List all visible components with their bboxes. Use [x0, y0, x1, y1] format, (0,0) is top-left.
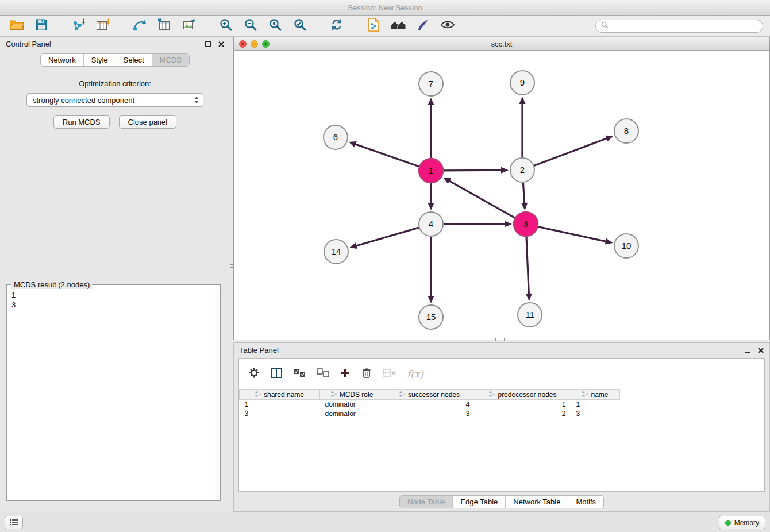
- edge-1-2[interactable]: [444, 167, 509, 174]
- show-hide-details-button[interactable]: [438, 17, 457, 34]
- window-zoom-button[interactable]: [262, 40, 270, 48]
- main-toolbar: [0, 16, 770, 37]
- edge-2-3[interactable]: [521, 183, 528, 210]
- control-panel-header: Control Panel: [0, 37, 230, 51]
- graph-node-1[interactable]: 1: [419, 159, 443, 183]
- edge-2-8[interactable]: [534, 136, 614, 165]
- close-panel-icon[interactable]: [218, 41, 224, 47]
- node-table-body: 1dominator4113dominator323: [240, 400, 620, 419]
- close-table-panel-icon[interactable]: [758, 348, 764, 353]
- deselect-all-icon[interactable]: [317, 368, 329, 380]
- tab-mcds[interactable]: MCDS: [152, 54, 189, 66]
- memory-button[interactable]: Memory: [719, 516, 765, 529]
- node-table: shared nameMCDS rolesuccessor nodesprede…: [239, 389, 620, 418]
- export-image-button[interactable]: [179, 17, 199, 34]
- apply-style-button[interactable]: [413, 17, 433, 34]
- column-label: MCDS role: [340, 391, 374, 399]
- node-table-area: f(x) shared nameMCDS rolesuccessor nodes…: [238, 358, 765, 492]
- table-row[interactable]: 1dominator411: [240, 400, 620, 410]
- refresh-view-button[interactable]: [327, 17, 346, 34]
- edge-1-7[interactable]: [428, 98, 434, 158]
- table-tab-network-table[interactable]: Network Table: [506, 496, 568, 508]
- graph-node-3[interactable]: 3: [514, 212, 538, 236]
- save-session-button[interactable]: [32, 17, 51, 34]
- column-header-shared-name[interactable]: shared name: [240, 390, 320, 400]
- table-cell: 4: [384, 400, 475, 410]
- search-input[interactable]: [611, 22, 757, 30]
- table-tab-edge-table[interactable]: Edge Table: [453, 496, 506, 508]
- zoom-fit-button[interactable]: [265, 17, 285, 34]
- import-table-button[interactable]: [93, 17, 113, 34]
- edge-2-9[interactable]: [519, 97, 525, 157]
- vertical-splitter-handle[interactable]: [230, 264, 233, 268]
- close-panel-button[interactable]: Close panel: [119, 115, 177, 129]
- delete-row-button[interactable]: [361, 367, 372, 381]
- node-label: 2: [520, 165, 525, 175]
- edge-3-11[interactable]: [526, 237, 532, 301]
- column-header-predecessor-nodes[interactable]: predecessor nodes: [475, 390, 571, 400]
- column-header-name[interactable]: name: [571, 390, 620, 400]
- tab-style[interactable]: Style: [84, 54, 116, 66]
- table-settings-button[interactable]: [248, 367, 260, 381]
- node-label: 14: [332, 246, 341, 256]
- table-cell: 3: [571, 409, 620, 418]
- node-label: 1: [429, 165, 433, 175]
- dropdown-value: strongly connected component: [33, 96, 134, 105]
- show-panel-button[interactable]: [5, 516, 23, 529]
- window-close-button[interactable]: [239, 40, 247, 48]
- table-row[interactable]: 3dominator323: [240, 409, 620, 418]
- new-network-table-button[interactable]: [155, 17, 174, 34]
- run-mcds-button[interactable]: Run MCDS: [53, 115, 110, 129]
- table-tab-motifs[interactable]: Motifs: [568, 496, 603, 508]
- node-label: 15: [426, 312, 436, 322]
- memory-button-label: Memory: [734, 519, 759, 527]
- graph-node-15[interactable]: 15: [419, 305, 443, 329]
- node-label: 7: [429, 79, 433, 88]
- import-table-icon: [95, 18, 110, 34]
- column-header-successor-nodes[interactable]: successor nodes: [384, 390, 475, 400]
- new-network-button[interactable]: [130, 17, 149, 34]
- table-toolbar: f(x): [239, 359, 764, 389]
- select-all-icon[interactable]: [293, 368, 306, 380]
- graph-node-4[interactable]: 4: [419, 212, 443, 236]
- optimization-dropdown[interactable]: strongly connected component: [26, 93, 203, 107]
- graph-node-14[interactable]: 14: [324, 240, 348, 264]
- float-panel-icon[interactable]: [205, 41, 211, 47]
- tab-network[interactable]: Network: [41, 54, 84, 66]
- column-header-mcds-role[interactable]: MCDS role: [320, 390, 384, 400]
- list-icon: [9, 518, 18, 528]
- edge-4-15[interactable]: [428, 237, 434, 303]
- float-table-panel-icon[interactable]: [745, 348, 750, 353]
- edge-4-3[interactable]: [444, 221, 512, 227]
- optimization-criterion-label: Optimization criterion:: [0, 79, 230, 88]
- graph-node-10[interactable]: 10: [614, 234, 638, 258]
- zoom-out-button[interactable]: [241, 17, 260, 34]
- edge-3-1[interactable]: [443, 178, 515, 218]
- network-file-button[interactable]: [364, 17, 383, 34]
- result-scrollbar[interactable]: [215, 289, 220, 500]
- edge-1-6[interactable]: [349, 141, 419, 167]
- function-builder-button: f(x): [407, 368, 424, 380]
- zoom-in-button[interactable]: [216, 17, 236, 34]
- open-session-button[interactable]: [7, 17, 26, 34]
- horizontal-splitter-handle[interactable]: [495, 338, 505, 341]
- zoom-selected-button[interactable]: [290, 17, 310, 34]
- graph-node-11[interactable]: 11: [518, 303, 542, 327]
- graph-node-7[interactable]: 7: [419, 72, 443, 96]
- tab-select[interactable]: Select: [116, 54, 152, 66]
- mcds-result-title: MCDS result (2 nodes): [11, 280, 92, 289]
- window-minimize-button[interactable]: [251, 40, 258, 48]
- graph-node-9[interactable]: 9: [510, 71, 534, 95]
- add-row-button[interactable]: [340, 368, 351, 380]
- import-network-button[interactable]: [68, 17, 88, 34]
- edge-4-14[interactable]: [349, 228, 419, 249]
- show-columns-button[interactable]: [271, 368, 282, 380]
- edge-1-4[interactable]: [428, 183, 434, 210]
- first-neighbors-button[interactable]: [388, 17, 408, 34]
- graph-node-6[interactable]: 6: [324, 125, 348, 149]
- edge-3-10[interactable]: [538, 227, 613, 245]
- graph-node-8[interactable]: 8: [614, 119, 638, 143]
- table-tab-node-table[interactable]: Node Table: [400, 496, 453, 508]
- network-graph[interactable]: 7968124314101511: [234, 51, 769, 340]
- graph-node-2[interactable]: 2: [510, 158, 534, 182]
